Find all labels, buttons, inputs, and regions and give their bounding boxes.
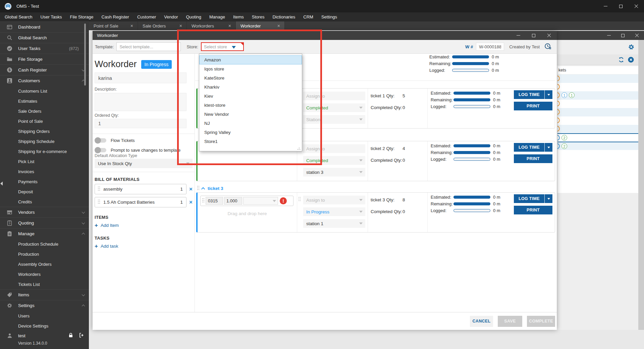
menu-item[interactable]: Stores	[248, 12, 269, 21]
store-option[interactable]: Kharkiv	[199, 83, 302, 92]
sidebar-item[interactable]: Customers	[0, 75, 89, 86]
menu-item[interactable]: Cash Register	[98, 12, 133, 21]
close-icon[interactable]	[629, 0, 644, 12]
store-option[interactable]: Amazon	[199, 55, 302, 64]
log-time-dropdown-button[interactable]	[545, 194, 552, 203]
table-row[interactable]	[557, 116, 638, 125]
store-option[interactable]: New Vendor	[199, 110, 302, 119]
workorder-number-input[interactable]	[476, 43, 504, 51]
minimize-icon[interactable]	[602, 31, 616, 40]
chevron-icon[interactable]	[82, 293, 85, 296]
menu-item[interactable]: File Storage	[66, 12, 97, 21]
sidebar-item[interactable]: Credits	[0, 197, 89, 207]
minimize-icon[interactable]	[511, 31, 526, 40]
drag-handle-icon[interactable]	[98, 199, 100, 205]
maximize-icon[interactable]	[613, 0, 629, 12]
tab-close-icon[interactable]: ×	[276, 23, 281, 29]
menu-item[interactable]: Customer	[133, 12, 160, 21]
table-row[interactable]	[557, 108, 638, 116]
store-option[interactable]: ktest-store	[199, 101, 302, 110]
station-select[interactable]: station 3	[303, 168, 365, 177]
sidebar-collapse-icon[interactable]	[0, 182, 3, 186]
sidebar-item[interactable]: Production Schedule	[0, 239, 89, 249]
store-option[interactable]: Spring Valley	[199, 128, 302, 137]
drag-handle-icon[interactable]	[197, 186, 200, 191]
sidebar-item[interactable]: Payments	[0, 177, 89, 187]
chevron-icon[interactable]	[82, 304, 85, 308]
tab[interactable]: Workorders ×	[187, 21, 236, 30]
sidebar-item[interactable]: Shipping Schedule	[0, 136, 89, 146]
log-time-dropdown-button[interactable]	[545, 143, 552, 152]
log-time-dropdown-button[interactable]	[545, 90, 552, 99]
menu-item[interactable]: User Tasks	[36, 12, 66, 21]
sidebar-item[interactable]: Shipping for e-commerce	[0, 146, 89, 156]
sidebar-item[interactable]: Invoices	[0, 166, 89, 177]
menu-item[interactable]: Manage	[205, 12, 229, 21]
sidebar-item[interactable]: Production	[0, 249, 89, 259]
sidebar-item[interactable]: Users	[0, 311, 89, 321]
table-row[interactable]	[557, 125, 638, 133]
item-qty-field[interactable]: 1.000	[224, 197, 242, 205]
menu-item[interactable]: Items	[229, 12, 248, 21]
menu-item[interactable]: Settings	[317, 12, 341, 21]
maximize-icon[interactable]	[616, 31, 630, 40]
sidebar-item[interactable]: Items	[0, 289, 89, 300]
chevron-icon[interactable]	[82, 210, 85, 213]
assign-to-select[interactable]: Assign to	[303, 196, 365, 204]
status-select[interactable]: In Progress	[303, 207, 365, 216]
remove-icon[interactable]: ×	[189, 186, 193, 192]
sidebar-item[interactable]: Tickets List	[0, 279, 89, 289]
drag-handle-icon[interactable]	[98, 186, 100, 192]
refresh-icon[interactable]	[618, 57, 624, 64]
toggle-switch[interactable]	[95, 138, 106, 143]
tab[interactable]: Point of Sale ×	[89, 21, 138, 30]
sidebar-item[interactable]: Assembly Orders	[0, 259, 89, 269]
minimize-icon[interactable]	[598, 0, 613, 12]
ordered-qty-input[interactable]	[95, 119, 186, 128]
menu-item[interactable]: Global Search	[1, 12, 36, 21]
sidebar-item[interactable]: Settings	[0, 300, 89, 311]
table-row[interactable]: 2	[557, 142, 638, 150]
remove-icon[interactable]: ×	[189, 199, 193, 205]
station-select[interactable]: station 1	[303, 219, 365, 228]
sidebar-item[interactable]: Point of Sale	[0, 116, 89, 126]
tab[interactable]: Workorder ×	[236, 21, 285, 30]
history-clock-icon[interactable]	[544, 43, 551, 51]
log-time-button[interactable]: LOG TIME	[514, 194, 544, 203]
item-code-field[interactable]: 0315	[206, 197, 223, 205]
logout-icon[interactable]	[79, 333, 84, 339]
store-option[interactable]: KateStore	[199, 73, 302, 83]
toggle-switch[interactable]	[95, 148, 106, 152]
sidebar-item[interactable]: User Tasks (872)	[0, 43, 89, 54]
chevron-icon[interactable]	[82, 221, 85, 224]
table-row[interactable]: 2	[557, 133, 638, 142]
drag-handle-icon[interactable]	[298, 197, 301, 202]
tab-close-icon[interactable]: ×	[178, 23, 183, 29]
add-task-button[interactable]: + Add task	[95, 243, 118, 249]
tab-close-icon[interactable]: ×	[129, 23, 134, 29]
lock-icon[interactable]	[68, 333, 73, 339]
right-window-scroll-track[interactable]	[638, 40, 644, 330]
restore-icon[interactable]	[526, 31, 541, 40]
drag-handle-icon[interactable]	[202, 198, 205, 204]
table-row[interactable]: 1 1	[557, 91, 638, 100]
print-button[interactable]: PRINT	[514, 102, 552, 110]
close-icon[interactable]	[630, 31, 644, 40]
menu-item[interactable]: CRM	[299, 12, 317, 21]
bom-item[interactable]: assembly 1	[95, 184, 186, 194]
print-button[interactable]: PRINT	[514, 154, 552, 163]
sidebar-item[interactable]: File Storage	[0, 54, 89, 64]
ticket-item-row[interactable]: 0315 1.000 !	[200, 196, 293, 206]
sidebar-item[interactable]: Global Search	[0, 32, 89, 43]
sidebar-item[interactable]: Workorders	[0, 269, 89, 279]
sidebar-item[interactable]: Sale Orders	[0, 106, 89, 116]
user-row[interactable]: test	[0, 330, 89, 341]
workorder-name-input[interactable]	[95, 72, 186, 83]
menu-item[interactable]: Quoting	[182, 12, 205, 21]
close-circle-icon[interactable]	[628, 57, 634, 64]
collapse-icon[interactable]	[201, 187, 205, 191]
store-option[interactable]: Kiev	[199, 92, 302, 101]
print-button[interactable]: PRINT	[514, 206, 552, 214]
description-textarea[interactable]	[95, 93, 186, 111]
log-time-button[interactable]: LOG TIME	[514, 90, 544, 99]
